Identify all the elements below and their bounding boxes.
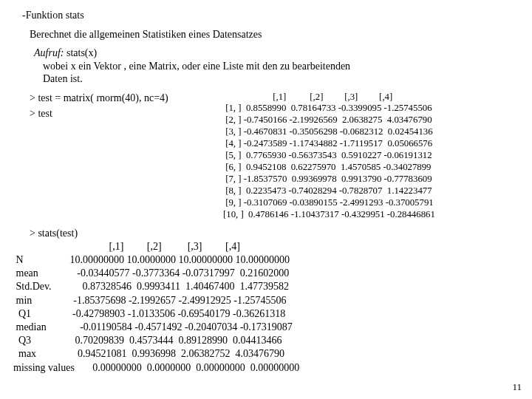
aufruf-line: Aufruf: stats(x) <box>9 47 523 60</box>
aufruf-desc-2: Daten ist. <box>9 72 523 86</box>
prompt-assign-test: > test = matrix( rnorm(40), nc=4) <box>9 92 223 105</box>
aufruf-desc-1: wobei x ein Vektor , eine Matrix, oder e… <box>9 60 523 73</box>
page-number: 11 <box>512 381 522 393</box>
aufruf-code: stats(x) <box>66 47 97 58</box>
prompt-show-test: > test <box>9 107 223 120</box>
function-description: Berechnet die allgemeinen Statistiken ei… <box>9 28 523 41</box>
aufruf-label: Aufruf: <box>34 47 64 58</box>
prompt-stats-test: > stats(test) <box>9 227 78 240</box>
function-title: -Funktion stats <box>9 9 523 22</box>
stats-output: [,1] [,2] [,3] [,4] N 10.00000000 10.000… <box>9 240 523 375</box>
matrix-output: [,1] [,2] [,3] [,4] [1, ] 0.8558990 0.78… <box>223 92 435 222</box>
